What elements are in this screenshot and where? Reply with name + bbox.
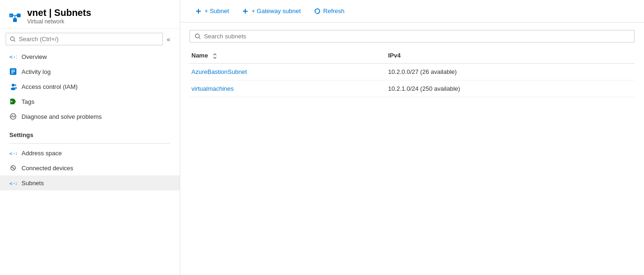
column-name: Name	[190, 48, 386, 63]
tags-icon	[9, 98, 17, 105]
subnet-ipv4-cell: 10.2.1.0/24 (250 available)	[386, 80, 635, 97]
sidebar-item-diagnose[interactable]: Diagnose and solve problems	[0, 109, 180, 124]
content-area: Name IPv4 AzureBastionSubnet10.2.0.0/27 …	[180, 22, 644, 275]
svg-line-7	[14, 40, 15, 42]
subnet-name-cell[interactable]: AzureBastionSubnet	[190, 63, 386, 80]
collapse-button[interactable]: «	[163, 33, 174, 45]
search-icon	[10, 36, 16, 43]
sidebar-item-tags[interactable]: Tags	[0, 94, 180, 109]
main-content: + Subnet + Gateway subnet Refresh	[180, 0, 644, 275]
subnets-search-box[interactable]	[190, 30, 635, 43]
subnet-name-link[interactable]: virtualmachines	[191, 85, 234, 92]
svg-point-18	[11, 101, 13, 102]
connected-devices-icon	[9, 164, 17, 172]
sort-name-icon[interactable]	[212, 53, 218, 59]
subnet-ipv4-cell: 10.2.0.0/27 (26 available)	[386, 63, 635, 80]
settings-divider	[9, 143, 170, 144]
sidebar-search-input[interactable]	[19, 36, 159, 43]
resource-title: <·> vnet | Subnets Virtual network	[7, 7, 172, 25]
sidebar-item-access-control[interactable]: Access control (IAM)	[0, 79, 180, 94]
add-gateway-subnet-button[interactable]: + Gateway subnet	[236, 5, 306, 17]
refresh-button[interactable]: Refresh	[308, 5, 351, 17]
svg-line-28	[199, 37, 200, 39]
sidebar-search-box[interactable]	[6, 33, 163, 45]
add-subnet-label: + Subnet	[205, 7, 229, 14]
sidebar-item-address-space-label: Address space	[22, 150, 62, 157]
subnet-name-cell[interactable]: virtualmachines	[190, 80, 386, 97]
sidebar-item-address-space[interactable]: <·> Address space	[0, 145, 180, 160]
svg-point-27	[195, 34, 199, 38]
subnet-name-link[interactable]: AzureBastionSubnet	[191, 68, 247, 75]
svg-rect-1	[17, 14, 21, 17]
overview-icon: <·>	[9, 53, 17, 60]
svg-text:<·>: <·>	[9, 181, 17, 187]
refresh-icon	[314, 8, 321, 14]
svg-text:<·>: <·>	[9, 54, 17, 60]
resource-name: vnet | Subnets	[27, 7, 91, 18]
sidebar-item-access-control-label: Access control (IAM)	[22, 83, 78, 90]
subnets-search-input[interactable]	[204, 33, 629, 40]
title-text: vnet | Subnets Virtual network	[27, 7, 91, 25]
sidebar-item-subnets-label: Subnets	[22, 180, 44, 187]
svg-point-6	[10, 36, 14, 40]
sidebar-item-overview-label: Overview	[22, 53, 47, 60]
address-space-icon: <·>	[9, 149, 17, 157]
sidebar: <·> vnet | Subnets Virtual network « <·	[0, 0, 180, 275]
table-row[interactable]: virtualmachines10.2.1.0/24 (250 availabl…	[190, 80, 635, 97]
table-row[interactable]: AzureBastionSubnet10.2.0.0/27 (26 availa…	[190, 63, 635, 80]
sidebar-item-subnets[interactable]: <·> Subnets	[0, 175, 180, 190]
plus-icon	[195, 8, 202, 14]
sidebar-item-activity-log[interactable]: Activity log	[0, 64, 180, 79]
sidebar-header: <·> vnet | Subnets Virtual network	[0, 0, 180, 29]
svg-point-15	[15, 84, 16, 86]
plus-gateway-icon	[242, 8, 249, 14]
column-ipv4: IPv4	[386, 48, 635, 63]
table-header-row: Name IPv4	[190, 48, 635, 63]
svg-text:<·>: <·>	[10, 14, 16, 18]
pipe: |	[49, 7, 52, 18]
sidebar-item-diagnose-label: Diagnose and solve problems	[22, 113, 102, 120]
sidebar-item-connected-devices[interactable]: Connected devices	[0, 160, 180, 175]
vnet-icon: <·>	[7, 9, 22, 24]
diagnose-icon	[9, 113, 17, 120]
iam-icon	[9, 83, 17, 90]
subnets-icon: <·>	[9, 179, 17, 187]
add-gateway-label: + Gateway subnet	[251, 7, 300, 14]
sidebar-item-overview[interactable]: <·> Overview	[0, 49, 180, 64]
svg-point-13	[12, 84, 15, 87]
sidebar-item-connected-devices-label: Connected devices	[22, 165, 73, 172]
refresh-label: Refresh	[323, 7, 345, 14]
toolbar: + Subnet + Gateway subnet Refresh	[180, 0, 644, 22]
subnets-table-body: AzureBastionSubnet10.2.0.0/27 (26 availa…	[190, 63, 635, 97]
add-subnet-button[interactable]: + Subnet	[190, 5, 234, 17]
sidebar-item-tags-label: Tags	[22, 98, 34, 105]
sidebar-item-activity-log-label: Activity log	[22, 68, 51, 75]
search-subnets-icon	[195, 33, 201, 40]
settings-section-label: Settings	[0, 124, 180, 141]
subnets-table: Name IPv4 AzureBastionSubnet10.2.0.0/27 …	[190, 48, 635, 97]
activity-log-icon	[9, 68, 17, 75]
resource-type: Virtual network	[27, 18, 91, 25]
svg-text:<·>: <·>	[9, 151, 17, 157]
svg-rect-2	[13, 18, 17, 22]
